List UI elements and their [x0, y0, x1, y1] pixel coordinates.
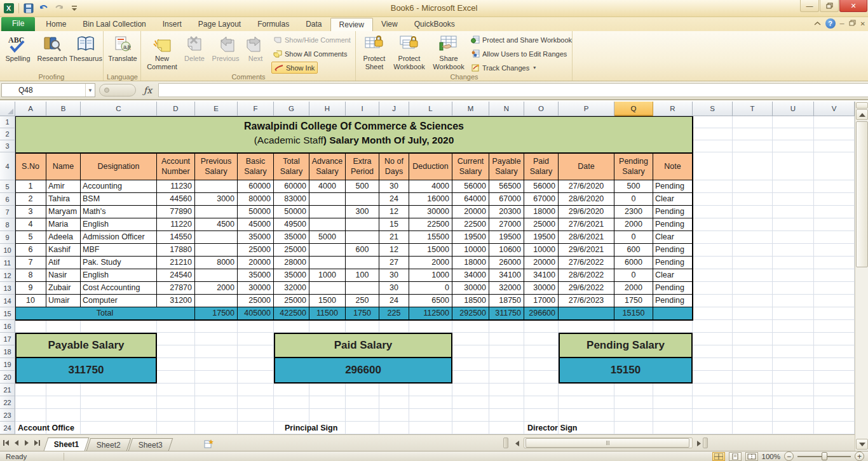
column-header-U[interactable]: U	[773, 102, 814, 116]
last-sheet-button[interactable]	[32, 437, 42, 448]
grid-cell[interactable]	[614, 320, 653, 333]
grid-cell[interactable]	[693, 116, 733, 128]
grid-cell[interactable]	[773, 244, 814, 257]
grid-cell[interactable]	[773, 295, 814, 307]
table-cell[interactable]	[346, 193, 379, 206]
grid-cell[interactable]	[157, 409, 195, 422]
row-header-18[interactable]: 18	[0, 345, 15, 358]
summary-label-paid-salary[interactable]: Paid Salary	[274, 333, 452, 358]
grid-cell[interactable]	[524, 384, 559, 396]
grid-cell[interactable]	[274, 396, 309, 409]
grid-cell[interactable]	[814, 307, 855, 320]
sheet-tab-sheet3[interactable]: Sheet3	[128, 438, 173, 451]
table-cell[interactable]: Pending	[653, 282, 693, 295]
grid-cell[interactable]	[773, 384, 814, 396]
row-header-11[interactable]: 11	[0, 257, 15, 269]
summary-label-payable-salary[interactable]: Payable Salary	[15, 333, 157, 358]
table-cell[interactable]: 0	[614, 231, 653, 244]
table-cell[interactable]: 77890	[157, 206, 195, 218]
hscroll-split-handle[interactable]	[703, 438, 708, 448]
table-cell[interactable]: 0	[409, 282, 452, 295]
grid-cell[interactable]	[733, 396, 773, 409]
grid-cell[interactable]	[773, 269, 814, 282]
grid-cell[interactable]	[773, 345, 814, 358]
table-cell[interactable]: 4	[15, 218, 46, 231]
grid-cell[interactable]	[195, 358, 238, 371]
table-cell[interactable]: 10000	[452, 244, 489, 257]
row-header-8[interactable]: 8	[0, 218, 15, 231]
grid-cell[interactable]	[733, 422, 773, 434]
table-cell[interactable]: 5	[15, 231, 46, 244]
grid-cell[interactable]	[814, 282, 855, 295]
table-cell[interactable]: 3000	[195, 193, 238, 206]
grid-cell[interactable]	[693, 396, 733, 409]
table-cell[interactable]	[195, 231, 238, 244]
table-cell[interactable]: 2	[15, 193, 46, 206]
total-label-cell[interactable]: Total	[15, 307, 195, 320]
table-cell[interactable]	[346, 282, 379, 295]
table-cell[interactable]	[195, 295, 238, 307]
hscroll-left-button[interactable]	[512, 438, 522, 449]
table-cell[interactable]: 50000	[274, 206, 309, 218]
grid-cell[interactable]	[814, 152, 855, 180]
column-header-R[interactable]: R	[653, 102, 693, 116]
grid-cell[interactable]	[489, 345, 524, 358]
grid-cell[interactable]	[81, 409, 157, 422]
total-value-cell[interactable]: 422500	[274, 307, 309, 320]
table-cell[interactable]: 10600	[489, 244, 524, 257]
grid-cell[interactable]	[15, 320, 46, 333]
grid-cell[interactable]	[653, 384, 693, 396]
table-cell[interactable]: 20300	[489, 206, 524, 218]
horizontal-scrollbar[interactable]	[524, 438, 693, 448]
table-cell[interactable]: 60000	[274, 180, 309, 193]
grid-cell[interactable]	[489, 396, 524, 409]
grid-cell[interactable]	[238, 384, 274, 396]
table-cell[interactable]: 11220	[157, 218, 195, 231]
ribbon-tab-review[interactable]: Review	[330, 18, 373, 31]
table-cell[interactable]: 34100	[524, 269, 559, 282]
row-header-7[interactable]: 7	[0, 206, 15, 218]
grid-cell[interactable]	[693, 422, 733, 434]
table-cell[interactable]: 64000	[452, 193, 489, 206]
summary-value-pending-salary[interactable]: 15150	[559, 357, 693, 384]
grid-cell[interactable]	[814, 295, 855, 307]
table-cell[interactable]: Admission Officer	[81, 231, 157, 244]
previous-comment-button[interactable]: Previous	[209, 33, 242, 63]
thesaurus-button[interactable]: Thesaurus	[69, 33, 102, 63]
table-cell[interactable]: Pending	[653, 295, 693, 307]
grid-cell[interactable]	[379, 409, 409, 422]
grid-cell[interactable]	[379, 396, 409, 409]
close-button[interactable]: ✕	[839, 0, 867, 12]
grid-cell[interactable]	[274, 320, 309, 333]
column-title-cell[interactable]: Paid Salary	[524, 154, 559, 180]
grid-cell[interactable]	[46, 396, 81, 409]
table-cell[interactable]: 27870	[157, 282, 195, 295]
row-header-9[interactable]: 9	[0, 231, 15, 244]
grid-cell[interactable]	[733, 180, 773, 193]
page-break-view-button[interactable]	[745, 452, 758, 461]
total-value-cell[interactable]: 112500	[409, 307, 452, 320]
table-cell[interactable]: 30	[379, 180, 409, 193]
table-cell[interactable]: 15	[379, 218, 409, 231]
table-cell[interactable]: 18500	[452, 295, 489, 307]
grid-cell[interactable]	[379, 422, 409, 434]
summary-label-pending-salary[interactable]: Pending Salary	[559, 333, 693, 358]
grid-cell[interactable]	[733, 295, 773, 307]
grid-cell[interactable]	[773, 358, 814, 371]
show-ink-button[interactable]: Show Ink	[271, 62, 318, 74]
zoom-slider[interactable]	[797, 451, 851, 461]
table-cell[interactable]: 50000	[238, 206, 274, 218]
next-comment-button[interactable]: Next	[242, 33, 269, 63]
table-cell[interactable]: Amir	[46, 180, 81, 193]
grid-cell[interactable]	[524, 409, 559, 422]
grid-cell[interactable]	[309, 409, 346, 422]
table-cell[interactable]: 30	[379, 282, 409, 295]
column-header-S[interactable]: S	[693, 102, 733, 116]
workbook-restore-icon[interactable]	[849, 20, 856, 27]
table-cell[interactable]: 19500	[452, 231, 489, 244]
grid-cell[interactable]	[195, 396, 238, 409]
grid-cell[interactable]	[733, 333, 773, 345]
column-title-cell[interactable]: Name	[46, 154, 81, 180]
table-cell[interactable]: 6000	[614, 257, 653, 269]
ribbon-tab-insert[interactable]: Insert	[154, 18, 190, 31]
